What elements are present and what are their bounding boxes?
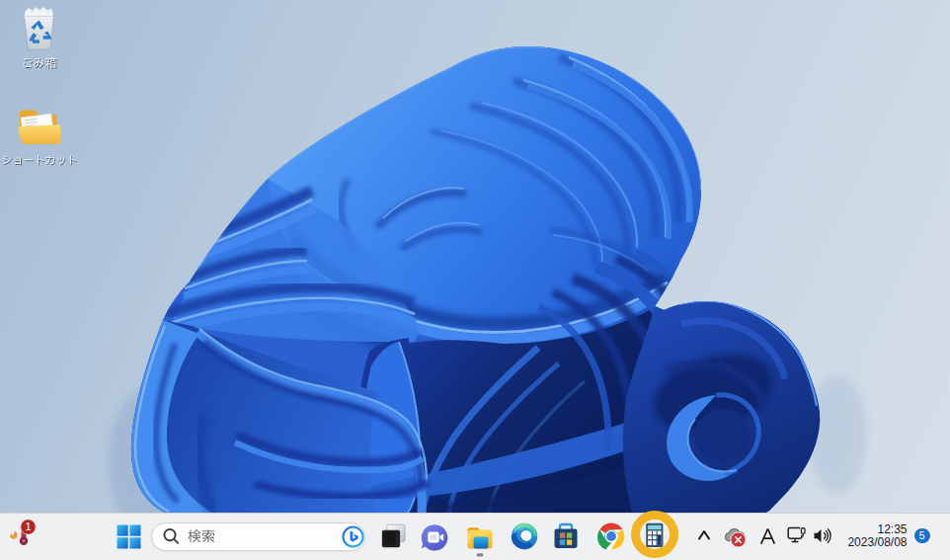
svg-text:1: 1: [25, 520, 31, 532]
